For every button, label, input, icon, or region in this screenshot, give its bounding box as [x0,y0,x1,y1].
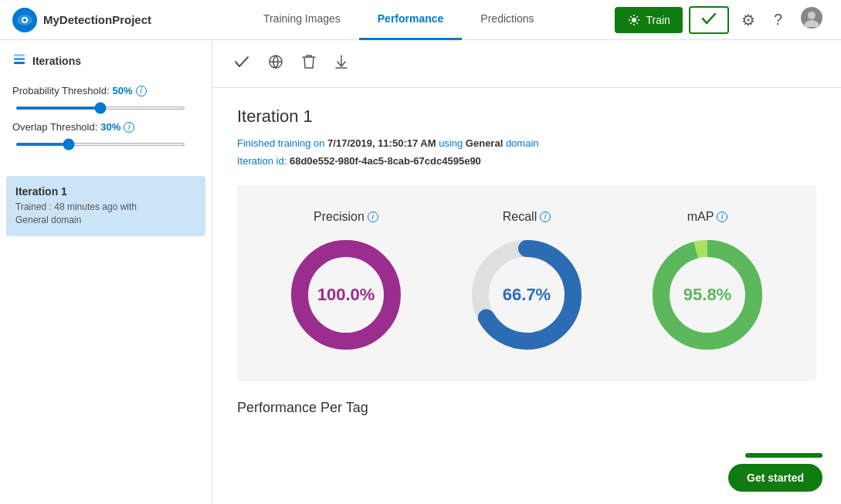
sidebar-controls: Probability Threshold: 50% i Overlap Thr… [0,79,212,170]
overlap-label: Overlap Threshold: [12,121,97,133]
app-logo: MyDetectionProject [12,8,151,32]
svg-rect-7 [14,58,25,60]
tab-training-images[interactable]: Training Images [245,0,359,40]
overlap-info-icon[interactable]: i [124,122,134,133]
toolbar-delete-button[interactable] [299,51,319,76]
check-icon [701,12,717,25]
probability-threshold-row: Probability Threshold: 50% i [12,85,199,96]
overlap-slider-container [12,136,199,148]
logo-icon [12,8,37,32]
probability-value: 50% [113,85,133,96]
map-chart: 95.8% [646,233,769,357]
train-button[interactable]: Train [615,7,682,33]
svg-point-3 [632,18,636,22]
training-domain: General [466,137,503,149]
sidebar-header: Iterations [0,40,212,79]
probability-slider[interactable] [15,107,185,110]
recall-info-icon[interactable]: i [540,211,551,222]
overlap-value: 30% [100,121,120,133]
settings-button[interactable]: ⚙ [735,8,761,32]
probability-slider-container [12,100,199,112]
toolbar-check-button[interactable] [231,52,253,75]
tab-performance[interactable]: Performance [359,0,463,40]
iteration-item-desc: Trained : 48 minutes ago with General do… [15,201,196,227]
iterations-label: Iterations [32,55,81,67]
checkmark-button[interactable] [689,6,729,34]
iteration-id-value: 68d0e552-980f-4ac5-8cab-67cdc4595e90 [290,155,481,167]
probability-label: Probability Threshold: [12,85,110,96]
svg-point-2 [23,19,26,22]
iteration-training-info: Finished training on 7/17/2019, 11:50:17… [237,136,816,152]
overlap-threshold-row: Overlap Threshold: 30% i [12,121,199,133]
precision-card: Precision i 100.0% [284,210,408,357]
performance-per-tag-title: Performance Per Tag [237,400,816,416]
layers-icon [12,52,26,69]
performance-per-tag-section: Performance Per Tag [237,400,816,416]
iteration-title: Iteration 1 [237,107,816,127]
iteration-id: Iteration id: 68d0e552-980f-4ac5-8cab-67… [237,155,816,167]
sidebar: Iterations Probability Threshold: 50% i … [0,40,212,504]
precision-value: 100.0% [317,285,375,305]
iteration-item-name: Iteration 1 [15,185,196,198]
precision-info-icon[interactable]: i [368,211,378,222]
probability-info-icon[interactable]: i [136,86,147,96]
map-label: mAP i [687,210,728,224]
content-area: Iteration 1 Finished training on 7/17/20… [212,88,841,504]
map-info-icon[interactable]: i [717,211,727,222]
recall-value: 66.7% [503,285,551,305]
training-date: 7/17/2019, 11:50:17 AM [327,137,436,149]
toolbar-download-button[interactable] [331,51,351,76]
overlap-slider[interactable] [15,143,185,146]
nav-tabs: Training Images Performance Predictions [182,0,615,40]
metrics-panel: Precision i 100.0% Recall i [237,185,816,381]
map-card: mAP i 95.8% [646,210,769,357]
recall-card: Recall i 66.7% [465,210,588,357]
get-started-progress [745,453,822,458]
precision-chart: 100.0% [284,233,408,357]
profile-button[interactable] [795,4,829,36]
tab-predictions[interactable]: Predictions [462,0,552,40]
svg-rect-6 [14,54,25,56]
main-toolbar [212,40,841,88]
train-icon [627,13,641,27]
map-value: 95.8% [683,285,731,305]
help-button[interactable]: ? [768,8,788,32]
svg-rect-8 [14,62,25,64]
header-actions: Train ⚙ ? [615,4,829,36]
iteration-item-1[interactable]: Iteration 1 Trained : 48 minutes ago wit… [6,176,205,236]
svg-point-5 [808,12,816,19]
header: MyDetectionProject Training Images Perfo… [0,0,841,40]
get-started-button[interactable]: Get started [728,464,822,492]
project-name: MyDetectionProject [43,13,151,26]
main-content: Iteration 1 Finished training on 7/17/20… [212,40,841,504]
precision-label: Precision i [314,210,378,224]
recall-chart: 66.7% [465,233,588,357]
toolbar-globe-button[interactable] [265,51,287,76]
recall-label: Recall i [503,210,551,224]
get-started-container: Get started [728,453,822,492]
main-layout: Iterations Probability Threshold: 50% i … [0,40,841,504]
